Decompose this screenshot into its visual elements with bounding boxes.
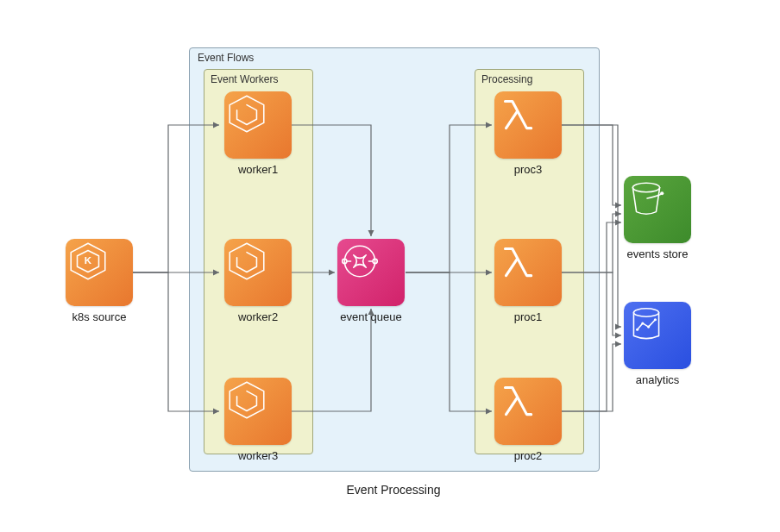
node-worker1: [224, 91, 292, 159]
node-k8s-source: K: [66, 239, 133, 306]
node-events-store-label: events store: [624, 247, 691, 260]
node-analytics-label: analytics: [624, 373, 691, 386]
node-event-queue: [337, 239, 405, 306]
ecs-icon: [224, 239, 269, 284]
lambda-icon: [494, 91, 539, 136]
svg-point-14: [632, 183, 659, 191]
node-proc3: [494, 91, 562, 159]
svg-point-18: [641, 322, 644, 324]
svg-point-17: [636, 329, 638, 331]
svg-point-15: [660, 191, 664, 195]
node-proc1-label: proc1: [494, 310, 562, 323]
node-proc2-label: proc2: [494, 449, 562, 462]
svg-marker-3: [230, 96, 264, 132]
lambda-icon: [494, 239, 539, 284]
ecs-icon: [224, 378, 269, 422]
node-analytics: [624, 302, 691, 369]
node-worker3: [224, 378, 292, 445]
svg-line-12: [506, 260, 517, 276]
svg-text:K: K: [85, 255, 92, 266]
diagram-title: Event Processing: [189, 483, 598, 497]
node-proc1: [494, 239, 562, 306]
svg-point-19: [647, 326, 650, 329]
node-proc2: [494, 378, 562, 445]
svg-point-20: [654, 318, 657, 321]
svg-line-13: [506, 398, 517, 415]
svg-line-11: [506, 112, 517, 128]
node-worker3-label: worker3: [224, 449, 292, 462]
svg-marker-5: [230, 382, 264, 418]
eks-icon: K: [66, 239, 110, 284]
glue-icon: [624, 302, 669, 347]
node-worker2-label: worker2: [224, 310, 292, 323]
node-event-queue-label: event queue: [337, 310, 405, 323]
svg-marker-4: [230, 243, 264, 279]
node-k8s-source-label: k8s source: [66, 310, 133, 323]
s3-bucket-icon: [624, 176, 669, 221]
eventbridge-icon: [337, 239, 382, 284]
node-worker2: [224, 239, 292, 306]
lambda-icon: [494, 378, 539, 422]
node-proc3-label: proc3: [494, 163, 562, 176]
svg-point-16: [633, 309, 658, 316]
ecs-icon: [224, 91, 269, 136]
node-events-store: [624, 176, 691, 243]
node-worker1-label: worker1: [224, 163, 292, 176]
